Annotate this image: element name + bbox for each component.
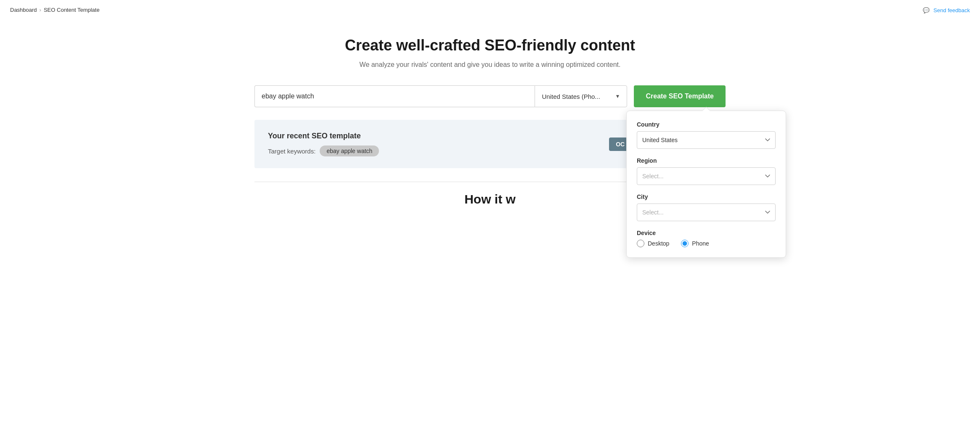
breadcrumb-current: SEO Content Template — [44, 7, 100, 13]
country-select[interactable]: United States United Kingdom Canada Aust… — [637, 131, 776, 149]
breadcrumb: Dashboard › SEO Content Template 💬 Send … — [0, 0, 980, 20]
keyword-badge: ebay apple watch — [320, 145, 379, 156]
send-feedback-link[interactable]: 💬 Send feedback — [923, 7, 970, 13]
breadcrumb-dashboard[interactable]: Dashboard — [10, 7, 37, 13]
city-select[interactable]: Select... — [637, 204, 776, 221]
location-display-text: United States (Pho... — [542, 93, 600, 100]
page-subtitle: We analyze your rivals' content and give… — [360, 61, 621, 69]
city-label: City — [637, 193, 776, 200]
desktop-option[interactable]: Desktop — [637, 240, 669, 247]
location-select-button[interactable]: United States (Pho... ▼ — [535, 85, 627, 107]
region-section: Region Select... — [637, 157, 776, 185]
page-title: Create well-crafted SEO-friendly content — [345, 37, 635, 54]
how-it-works-title: How it w — [464, 192, 516, 206]
target-keywords-row: Target keywords: ebay apple watch — [268, 145, 379, 156]
phone-option[interactable]: Phone — [681, 240, 709, 247]
city-section: City Select... — [637, 193, 776, 221]
desktop-radio[interactable] — [637, 240, 644, 247]
recent-template-title: Your recent SEO template — [268, 132, 379, 140]
desktop-label: Desktop — [648, 240, 669, 247]
chevron-down-icon: ▼ — [615, 93, 620, 99]
search-row: United States (Pho... ▼ Create SEO Templ… — [254, 85, 726, 107]
country-section: Country United States United Kingdom Can… — [637, 121, 776, 149]
country-label: Country — [637, 121, 776, 128]
region-label: Region — [637, 157, 776, 164]
device-section: Device Desktop Phone — [637, 230, 776, 247]
send-feedback-label: Send feedback — [933, 7, 970, 13]
create-seo-template-button[interactable]: Create SEO Template — [634, 85, 726, 107]
phone-label: Phone — [692, 240, 709, 247]
device-options: Desktop Phone — [637, 240, 776, 247]
recent-template-left: Your recent SEO template Target keywords… — [268, 132, 379, 156]
device-label: Device — [637, 230, 776, 236]
breadcrumb-separator: › — [40, 7, 41, 13]
location-dropdown-popup: Country United States United Kingdom Can… — [626, 111, 786, 258]
feedback-icon: 💬 — [923, 7, 930, 13]
keyword-input[interactable] — [254, 85, 535, 107]
region-select[interactable]: Select... — [637, 167, 776, 185]
main-content: Create well-crafted SEO-friendly content… — [0, 20, 980, 206]
phone-radio[interactable] — [681, 240, 689, 247]
target-keywords-label: Target keywords: — [268, 148, 315, 155]
